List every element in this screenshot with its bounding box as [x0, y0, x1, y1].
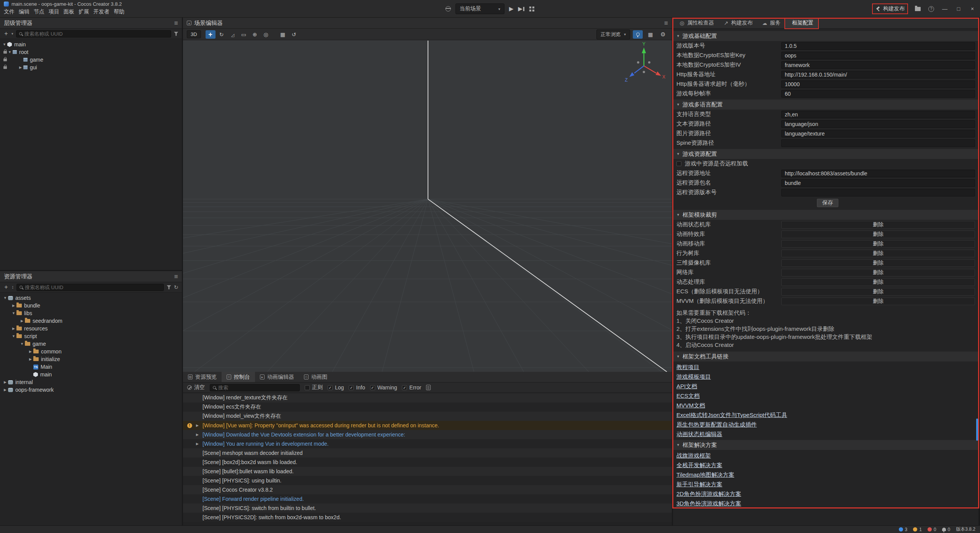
menu-item[interactable]: 项目: [49, 8, 64, 16]
coordinate-space-button[interactable]: [261, 30, 271, 39]
section-doc-links[interactable]: 框架文档工具链接: [673, 352, 978, 361]
expand-caret[interactable]: [18, 66, 23, 69]
doc-link[interactable]: 游戏模板项目: [673, 372, 978, 381]
delete-module-button[interactable]: 删除: [781, 298, 975, 305]
doc-link[interactable]: Excel格式转Json文件与TypeScript代码工具: [673, 410, 978, 420]
property-input[interactable]: [781, 179, 975, 187]
add-node-button[interactable]: [3, 31, 9, 37]
menu-item[interactable]: 文件: [4, 8, 19, 16]
doc-link[interactable]: 教程项目: [673, 362, 978, 372]
tree-row[interactable]: Main: [0, 363, 182, 371]
expand-caret[interactable]: [11, 335, 16, 338]
tree-row[interactable]: gui: [0, 64, 182, 71]
menu-item[interactable]: 扩展: [78, 8, 93, 16]
expand-caret[interactable]: [28, 358, 33, 361]
tree-row[interactable]: bundle: [0, 302, 182, 309]
save-button[interactable]: 保存: [817, 199, 838, 207]
expand-caret[interactable]: [2, 296, 8, 300]
inspector-tab[interactable]: 服务: [757, 18, 785, 28]
close-button[interactable]: ×: [969, 6, 975, 12]
section-module-trim[interactable]: 框架模块裁剪: [673, 210, 978, 220]
tree-row[interactable]: resources: [0, 325, 182, 332]
scale-tool-button[interactable]: [228, 30, 238, 39]
doc-link[interactable]: API文档: [673, 381, 978, 391]
solution-link[interactable]: 2D角色扮演游戏解决方案: [673, 489, 978, 499]
log-row[interactable]: [Scene] meshopt wasm decoder initialized: [183, 448, 672, 458]
console-tab[interactable]: 动画编辑器: [255, 372, 299, 382]
lock-icon[interactable]: [3, 66, 7, 69]
delete-module-button[interactable]: 删除: [781, 240, 975, 248]
layout-grid-icon[interactable]: [529, 6, 534, 12]
property-input[interactable]: [781, 170, 975, 177]
property-input[interactable]: [781, 130, 975, 137]
section-basic-config[interactable]: 游戏基础配置: [673, 31, 978, 41]
tree-row[interactable]: internal: [0, 378, 182, 386]
property-input[interactable]: [781, 90, 975, 98]
property-input[interactable]: [781, 189, 975, 196]
lock-icon[interactable]: [3, 43, 7, 46]
panel-menu-icon[interactable]: [174, 20, 178, 26]
grid-visibility-button[interactable]: [645, 30, 655, 39]
maximize-button[interactable]: □: [956, 6, 962, 12]
log-filter-toggle[interactable]: Warning: [370, 384, 397, 391]
tree-row[interactable]: main: [0, 41, 182, 48]
tree-row[interactable]: libs: [0, 309, 182, 317]
step-button[interactable]: [518, 5, 524, 12]
lock-icon[interactable]: [3, 59, 7, 61]
log-row[interactable]: [Window] render_texture文件夹存在: [183, 393, 672, 402]
expand-caret[interactable]: [28, 350, 33, 353]
property-input[interactable]: [781, 120, 975, 128]
pivot-toggle-button[interactable]: [250, 30, 260, 39]
log-row[interactable]: [Scene] Cocos Creator v3.8.2: [183, 485, 672, 494]
solution-link[interactable]: 3D角色扮演游戏解决方案: [673, 499, 978, 508]
tree-row[interactable]: root: [0, 48, 182, 56]
property-input[interactable]: [781, 71, 975, 78]
delete-module-button[interactable]: 删除: [781, 250, 975, 257]
console-log-list[interactable]: [Window] render_texture文件夹存在 [Window] ec…: [183, 393, 672, 525]
log-row[interactable]: [Window] ecs文件夹存在: [183, 402, 672, 412]
log-row[interactable]: [Scene] [PHYSICS]: switch from builtin t…: [183, 504, 672, 513]
tree-row[interactable]: assets: [0, 294, 182, 302]
log-row[interactable]: [Scene] Forward render pipeline initiali…: [183, 494, 672, 504]
delete-module-button[interactable]: 删除: [781, 288, 975, 296]
menu-item[interactable]: 编辑: [19, 8, 34, 16]
hierarchy-search-input[interactable]: [24, 31, 168, 37]
add-asset-button[interactable]: [3, 284, 9, 290]
menu-item[interactable]: 面板: [64, 8, 78, 16]
doc-link[interactable]: ECS文档: [673, 391, 978, 401]
assets-search[interactable]: [16, 284, 164, 291]
minimize-button[interactable]: —: [942, 6, 948, 12]
play-button[interactable]: [509, 5, 514, 12]
expand-caret[interactable]: [194, 424, 200, 427]
expand-caret[interactable]: [19, 342, 25, 346]
expand-caret[interactable]: [11, 312, 16, 315]
refresh-icon[interactable]: [174, 284, 178, 290]
console-tab[interactable]: 资源预览: [183, 372, 222, 382]
console-tab[interactable]: 控制台: [222, 372, 255, 382]
property-input[interactable]: [781, 61, 975, 69]
rect-tool-button[interactable]: [239, 30, 249, 39]
tree-row[interactable]: game: [0, 340, 182, 348]
log-row[interactable]: [Window] You are running Vue in developm…: [183, 439, 672, 448]
filter-checkbox[interactable]: [402, 385, 407, 390]
expand-caret[interactable]: [11, 304, 16, 307]
hierarchy-search[interactable]: [16, 30, 171, 38]
console-search-input[interactable]: [218, 385, 297, 391]
orientation-gizmo[interactable]: Y X Z: [621, 41, 667, 87]
error-count-badge[interactable]: 0: [928, 527, 936, 532]
expand-caret[interactable]: [11, 327, 16, 330]
inspector-tab[interactable]: 构建发布: [719, 18, 757, 28]
expand-caret[interactable]: [2, 388, 8, 392]
console-search[interactable]: [210, 384, 300, 391]
move-tool-button[interactable]: [206, 30, 216, 39]
reset-view-button[interactable]: [289, 30, 299, 39]
log-row[interactable]: [Window] Download the Vue Devtools exten…: [183, 430, 672, 439]
expand-caret[interactable]: [2, 381, 8, 384]
collapse-logs-icon[interactable]: [426, 385, 431, 390]
log-filter-toggle[interactable]: Log: [328, 384, 344, 391]
log-row[interactable]: [Scene] [bullet]:bullet wasm lib loaded.: [183, 467, 672, 476]
current-scene-select[interactable]: 当前场景 ▾: [456, 3, 505, 14]
section-language-config[interactable]: 游戏多语言配置: [673, 100, 978, 110]
tree-row[interactable]: seedrandom: [0, 317, 182, 325]
render-mode-select[interactable]: 正常浏览 ▾: [596, 29, 630, 39]
